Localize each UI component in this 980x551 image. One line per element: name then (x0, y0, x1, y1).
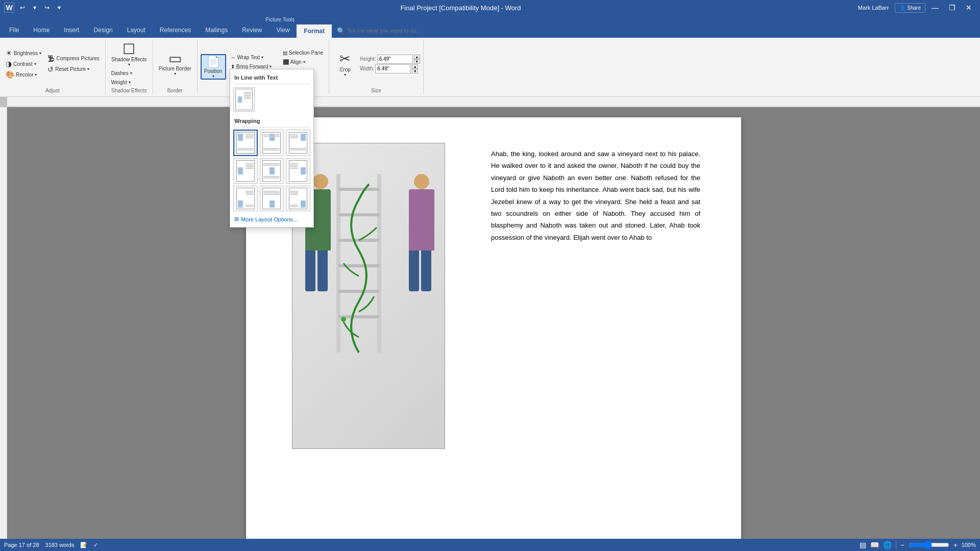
close-button[interactable]: ✕ (962, 3, 976, 13)
border-group-content: ▭ Picture Border ▾ (156, 41, 194, 87)
search-icon: 🔍 (337, 27, 345, 35)
brightness-button[interactable]: ☀ Brightness ▾ (3, 48, 44, 58)
head-right (414, 174, 429, 189)
picture-border-button[interactable]: ▭ Picture Border ▾ (156, 50, 194, 78)
share-icon: 👤 (899, 5, 905, 11)
lines-tc-bot (263, 147, 280, 151)
mini-page-bc (262, 188, 281, 209)
position-item-tc[interactable] (260, 130, 284, 156)
zoom-in-button[interactable]: + (953, 541, 958, 549)
reset-picture-button[interactable]: ↺ Reset Picture ▾ (45, 64, 102, 74)
redo-button[interactable]: ↪ (42, 3, 52, 12)
lines-bl (246, 190, 254, 195)
lines-tl (246, 134, 254, 139)
web-layout-button[interactable]: 🌐 (883, 541, 892, 549)
height-input[interactable] (377, 55, 413, 64)
position-item-bc[interactable] (260, 186, 284, 211)
zoom-slider[interactable] (909, 541, 949, 549)
lines-bl-bot (246, 204, 254, 208)
weight-button[interactable]: Weight ▾ (109, 78, 150, 87)
page-info: Page 17 of 28 (4, 542, 39, 548)
border-chevron: ▾ (174, 71, 176, 76)
word-app-icon: W (4, 3, 14, 13)
position-item-bl[interactable] (233, 186, 258, 211)
more-layout-options-button[interactable]: ⊞ More Layout Options... (233, 214, 310, 224)
height-up-button[interactable]: ▲ (414, 55, 420, 59)
tab-view[interactable]: View (270, 23, 297, 38)
svg-point-10 (341, 317, 346, 322)
width-row: Width: ▲ ▼ (360, 64, 420, 73)
selection-pane-button[interactable]: ▤ Selection Pane (280, 48, 326, 57)
tab-mailings[interactable]: Mailings (198, 23, 235, 38)
tab-review[interactable]: Review (235, 23, 269, 38)
compress-label: Compress Pictures (56, 56, 99, 61)
paragraph-1: Ahab, the king, looked around and saw a … (491, 148, 700, 243)
crop-chevron: ▾ (344, 72, 346, 77)
zoom-level: 100% (962, 542, 976, 548)
position-item-br[interactable] (286, 186, 310, 211)
position-item-ml[interactable] (233, 158, 258, 184)
crop-button[interactable]: ✂ Crop ▾ (332, 49, 358, 79)
recolor-label: Recolor (16, 72, 33, 78)
tab-format[interactable]: Format (297, 23, 332, 38)
contrast-chevron: ▾ (34, 62, 36, 66)
position-item-mc[interactable] (260, 158, 284, 184)
tab-references[interactable]: References (153, 23, 198, 38)
user-name: Mark LaBarr (858, 5, 889, 11)
zoom-out-button[interactable]: − (900, 541, 904, 549)
height-down-button[interactable]: ▼ (414, 59, 420, 64)
svg-rect-1 (7, 106, 980, 107)
shadow-effects-button[interactable]: ☐ Shadow Effects ▾ (109, 41, 150, 68)
document-text: Ahab, the king, looked around and saw a … (491, 148, 700, 243)
contrast-button[interactable]: ◑ Contrast ▾ (3, 59, 44, 69)
tab-home[interactable]: Home (26, 23, 57, 38)
customize-qat-button[interactable]: ▾ (55, 3, 63, 12)
align-button[interactable]: ⬛ Align ▾ (280, 58, 326, 66)
shadow-effects-icon: ☐ (122, 42, 135, 57)
compress-icon: 🗜 (47, 55, 55, 62)
align-icon: ⬛ (283, 59, 289, 65)
height-spinners: ▲ ▼ (414, 55, 420, 64)
wrap-text-button[interactable]: ↔ Wrap Text ▾ (228, 53, 278, 62)
tab-file[interactable]: File (2, 23, 26, 38)
search-input[interactable] (347, 28, 449, 34)
size-inputs: Height: ▲ ▼ Width: ▲ ▼ (360, 55, 420, 73)
width-down-button[interactable]: ▼ (412, 69, 418, 73)
img-bl (238, 201, 243, 208)
dashes-button[interactable]: Dashes ▾ (109, 69, 150, 78)
wrap-text-icon: ↔ (231, 55, 236, 60)
minimize-button[interactable]: — (927, 3, 943, 13)
position-item-tr[interactable] (286, 130, 310, 156)
undo-arrow[interactable]: ▾ (31, 3, 39, 12)
selection-pane-label: Selection Pane (289, 50, 323, 56)
shadow-col: ☐ Shadow Effects ▾ Dashes ▾ Weight ▾ (109, 41, 150, 87)
position-item-mr[interactable] (286, 158, 310, 184)
read-mode-button[interactable]: 📖 (870, 541, 879, 549)
width-input[interactable] (375, 64, 411, 73)
img-br (301, 201, 306, 208)
position-dropdown[interactable]: In Line with Text Wrapping (230, 69, 314, 228)
picture-tools-label: Picture Tools (265, 17, 295, 22)
lines-mc-bot (263, 176, 280, 179)
ribbon-content: ☀ Brightness ▾ ◑ Contrast ▾ 🎨 Recolor ▾ (0, 38, 980, 96)
inline-item[interactable] (233, 87, 255, 112)
size-group-label: Size (371, 87, 381, 93)
lines-tr-bot (290, 147, 306, 151)
undo-button[interactable]: ↩ (17, 3, 28, 12)
border-group-label: Border (167, 87, 183, 93)
tab-insert[interactable]: Insert (57, 23, 86, 38)
compress-pictures-button[interactable]: 🗜 Compress Pictures (45, 54, 102, 64)
recolor-button[interactable]: 🎨 Recolor ▾ (3, 69, 44, 80)
position-button[interactable]: 📄 Position ▾ (201, 54, 226, 80)
document-scroll[interactable]: Ahab, the king, looked around and saw a … (7, 107, 980, 551)
tab-design[interactable]: Design (86, 23, 119, 38)
width-up-button[interactable]: ▲ (412, 64, 418, 69)
wrap-chevron: ▾ (261, 55, 263, 60)
share-button[interactable]: 👤 Share (895, 3, 925, 13)
width-label: Width: (360, 66, 374, 71)
tab-layout[interactable]: Layout (120, 23, 153, 38)
share-label: Share (907, 5, 921, 11)
print-layout-button[interactable]: ▤ (860, 541, 866, 549)
maximize-button[interactable]: ❐ (945, 3, 960, 13)
position-item-tl[interactable] (233, 130, 258, 156)
